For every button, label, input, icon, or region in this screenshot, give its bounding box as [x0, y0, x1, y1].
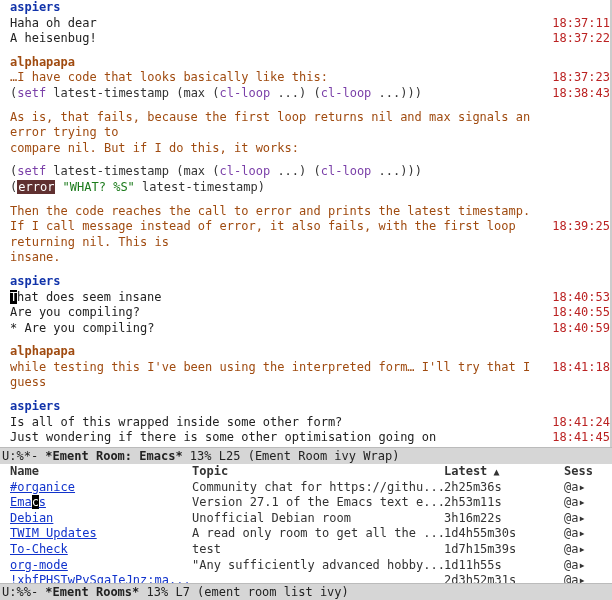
- chat-line: A heisenbug!18:37:22: [10, 31, 612, 47]
- msg-body: Haha oh dear: [10, 16, 552, 32]
- code-token: max: [183, 86, 205, 100]
- col-header-latest[interactable]: Latest: [444, 464, 564, 480]
- room-link[interactable]: #organice: [10, 480, 75, 494]
- room-link[interactable]: To-Check: [10, 542, 68, 556]
- room-link[interactable]: !xbfPHSTwPySgaIeJnz:ma...: [10, 573, 191, 583]
- chat-line: [10, 156, 612, 164]
- col-header-name[interactable]: Name: [10, 464, 192, 480]
- room-row[interactable]: #organiceCommunity chat for https://gith…: [0, 480, 612, 496]
- code-token: latest-timestamp: [46, 86, 176, 100]
- chat-line: [10, 266, 612, 274]
- room-row[interactable]: To-Checktest1d7h15m39s@a▸: [0, 542, 612, 558]
- msg-body: alphapapa: [10, 344, 552, 360]
- rooms-header: Name Topic Latest Sess: [0, 464, 612, 480]
- msg-body: [10, 156, 612, 164]
- point-cursor: c: [32, 495, 39, 509]
- chat-line: …I have code that looks basically like t…: [10, 70, 612, 86]
- room-name-cell[interactable]: #organice: [10, 480, 192, 496]
- room-topic: "Any sufficiently advanced hobby...: [192, 558, 444, 574]
- chat-line: (error "WHAT? %S" latest-timestamp): [10, 180, 612, 196]
- code-token: ): [407, 164, 414, 178]
- msg-body: A heisenbug!: [10, 31, 552, 47]
- chat-line: Is all of this wrapped inside some other…: [10, 415, 612, 431]
- room-topic: [192, 573, 444, 583]
- chat-line: compare nil. But if I do this, it works:: [10, 141, 612, 157]
- room-row[interactable]: DebianUnofficial Debian room3h16m22s@a▸: [0, 511, 612, 527]
- code-token: ): [415, 86, 422, 100]
- rooms-pane[interactable]: Name Topic Latest Sess #organiceCommunit…: [0, 464, 612, 583]
- modeline-left: U:%*-: [2, 449, 45, 463]
- room-name-cell[interactable]: TWIM Updates: [10, 526, 192, 542]
- timestamp: 18:40:55: [552, 305, 612, 321]
- code-token: ): [258, 180, 265, 194]
- room-session: @a▸: [564, 542, 612, 558]
- msg-body: (error "WHAT? %S" latest-timestamp): [10, 180, 552, 196]
- msg-body: That does seem insane: [10, 290, 552, 306]
- timestamp: [552, 110, 612, 141]
- room-link[interactable]: Debian: [10, 511, 53, 525]
- msg-body: [10, 391, 612, 399]
- msg-body: [10, 196, 612, 204]
- msg-body: [10, 336, 612, 344]
- room-row[interactable]: org-mode"Any sufficiently advanced hobby…: [0, 558, 612, 574]
- msg-body: [10, 47, 612, 55]
- room-session: @a▸: [564, 480, 612, 496]
- code-token: cl-loop: [321, 86, 372, 100]
- room-latest: 1d11h55s: [444, 558, 564, 574]
- chat-line: [10, 336, 612, 344]
- code-token: latest-timestamp: [135, 180, 258, 194]
- code-token: ...: [371, 86, 400, 100]
- col-header-sess[interactable]: Sess: [564, 464, 612, 480]
- chat-line: (setf latest-timestamp (max (cl-loop ...…: [10, 164, 612, 180]
- chat-line: * Are you compiling?18:40:59: [10, 321, 612, 337]
- msg-body: insane.: [10, 250, 552, 266]
- nick: aspiers: [10, 399, 61, 413]
- code-token: (: [212, 86, 219, 100]
- msg-body: …I have code that looks basically like t…: [10, 70, 552, 86]
- room-name-cell[interactable]: Debian: [10, 511, 192, 527]
- room-link[interactable]: Emacs: [10, 495, 46, 509]
- room-name-cell[interactable]: Emacs: [10, 495, 192, 511]
- room-latest: 3h16m22s: [444, 511, 564, 527]
- chat-line: (setf latest-timestamp (max (cl-loop ...…: [10, 86, 612, 102]
- msg-body: [10, 446, 612, 447]
- timestamp: [552, 164, 612, 180]
- msg-body: while testing this I've been using the i…: [10, 360, 552, 391]
- modeline-mid: 13% L25 (Ement Room ivy Wrap): [183, 449, 400, 463]
- code-token: "WHAT? %S": [63, 180, 135, 194]
- chat-pane[interactable]: aspiersHaha oh dear18:37:11A heisenbug!1…: [0, 0, 612, 447]
- room-topic: A read only room to get all the ...: [192, 526, 444, 542]
- room-session: @a▸: [564, 558, 612, 574]
- nick: alphapapa: [10, 55, 75, 69]
- room-row[interactable]: EmacsVersion 27.1 of the Emacs text e...…: [0, 495, 612, 511]
- modeline-left: U:%%-: [2, 585, 45, 599]
- chat-line: [10, 196, 612, 204]
- modeline-chat: U:%*- *Ement Room: Emacs* 13% L25 (Ement…: [0, 447, 612, 464]
- room-latest: 2h25m36s: [444, 480, 564, 496]
- msg-body: compare nil. But if I do this, it works:: [10, 141, 552, 157]
- room-name-cell[interactable]: org-mode: [10, 558, 192, 574]
- room-latest: 1d7h15m39s: [444, 542, 564, 558]
- room-name-cell[interactable]: !xbfPHSTwPySgaIeJnz:ma...: [10, 573, 192, 583]
- room-link[interactable]: org-mode: [10, 558, 68, 572]
- room-row[interactable]: TWIM UpdatesA read only room to get all …: [0, 526, 612, 542]
- msg-body: Is all of this wrapped inside some other…: [10, 415, 552, 431]
- room-session: @a▸: [564, 511, 612, 527]
- modeline-buffer: *Ement Rooms*: [45, 585, 139, 599]
- col-header-topic[interactable]: Topic: [192, 464, 444, 480]
- timestamp: [552, 141, 612, 157]
- chat-line: That does seem insane18:40:53: [10, 290, 612, 306]
- room-row[interactable]: !xbfPHSTwPySgaIeJnz:ma...2d3h52m31s@a▸: [0, 573, 612, 583]
- room-name-cell[interactable]: To-Check: [10, 542, 192, 558]
- timestamp: [552, 55, 612, 71]
- timestamp: 18:40:59: [552, 321, 612, 337]
- code-token: ): [407, 86, 414, 100]
- code-token: [306, 164, 313, 178]
- room-session: @a▸: [564, 573, 612, 583]
- msg-body: If I call message instead of error, it a…: [10, 219, 552, 250]
- code-token: setf: [17, 86, 46, 100]
- modeline-mid: 13% L7 (ement room list ivy): [139, 585, 349, 599]
- room-link[interactable]: TWIM Updates: [10, 526, 97, 540]
- code-token: cl-loop: [220, 86, 271, 100]
- room-session: @a▸: [564, 495, 612, 511]
